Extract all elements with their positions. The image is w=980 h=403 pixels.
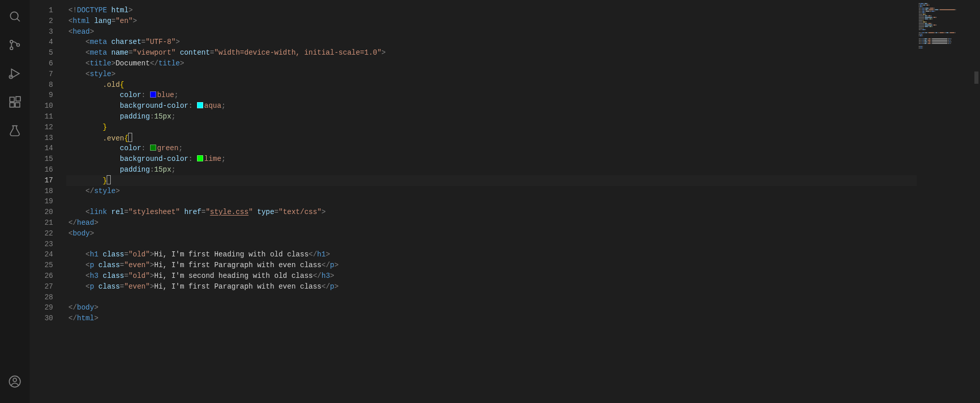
bracket-match-box (107, 175, 111, 184)
code-line[interactable]: <body> (66, 228, 917, 239)
minimap-row (919, 20, 971, 21)
token: < (86, 272, 90, 280)
line-number: 22 (30, 228, 66, 239)
token: h3 (322, 272, 330, 280)
code-line[interactable]: <title>Document</title> (66, 58, 917, 69)
code-line[interactable]: color: blue; (66, 90, 917, 101)
token: lime (204, 155, 222, 163)
code-line[interactable]: <h3 class="old">Hi, I'm second heading w… (66, 271, 917, 281)
minimap[interactable] (917, 0, 973, 403)
token: aqua (204, 102, 222, 110)
line-number: 25 (30, 260, 66, 271)
code-line[interactable]: color: green; (66, 143, 917, 154)
code-line[interactable] (66, 292, 917, 303)
code-editor[interactable]: <!DOCTYPE html><html lang="en"><head> <m… (66, 0, 917, 403)
minimap-row (919, 46, 971, 47)
token: 15px (154, 165, 172, 174)
token: > (322, 208, 326, 216)
code-line[interactable]: <p class="even">Hi, I'm first Paragraph … (66, 281, 917, 292)
token: < (86, 38, 90, 46)
search-icon[interactable] (3, 4, 27, 29)
token: head (77, 219, 94, 227)
code-line[interactable]: } (66, 122, 917, 133)
code-line[interactable]: <link rel="stylesheet" href="style.css" … (66, 207, 917, 218)
token: blue (157, 91, 175, 99)
color-swatch-icon[interactable] (197, 102, 203, 108)
line-number: 11 (30, 111, 66, 122)
line-number: 3 (30, 27, 66, 37)
ruler-mark (974, 72, 978, 84)
extensions-icon[interactable] (3, 90, 27, 114)
code-line[interactable]: } (66, 175, 917, 186)
code-line[interactable]: <head> (66, 27, 917, 37)
token: "text/css" (279, 208, 322, 216)
token: > (381, 49, 385, 57)
code-line[interactable]: </head> (66, 218, 917, 228)
minimap-row (919, 40, 971, 41)
code-line[interactable]: <style> (66, 69, 917, 80)
code-line[interactable]: <meta name="viewport" content="width=dev… (66, 48, 917, 58)
token: head (72, 28, 90, 36)
minimap-row (919, 23, 971, 24)
token: "en" (115, 17, 133, 25)
token: .even (103, 134, 124, 143)
token: html (72, 17, 90, 25)
token (107, 6, 111, 14)
code-line[interactable]: background-color: lime; (66, 154, 917, 164)
svg-point-4 (17, 43, 19, 46)
token: > (90, 229, 94, 238)
code-line[interactable]: background-color: aqua; (66, 101, 917, 111)
token: title (158, 59, 180, 67)
token: < (86, 49, 90, 57)
code-line[interactable]: <!DOCTYPE html> (66, 5, 917, 16)
minimap-row (919, 44, 971, 45)
accounts-icon[interactable] (3, 369, 27, 394)
source-control-icon[interactable] (3, 33, 27, 57)
token: > (150, 272, 154, 280)
token: < (86, 59, 90, 67)
code-line[interactable]: </body> (66, 302, 917, 313)
code-line[interactable]: .old{ (66, 80, 917, 90)
token: style (90, 70, 111, 78)
code-line[interactable]: padding:15px; (66, 164, 917, 175)
line-number: 21 (30, 218, 66, 228)
code-line[interactable]: <html lang="en"> (66, 16, 917, 27)
code-line[interactable]: <p class="even">Hi, I'm first Paragraph … (66, 260, 917, 271)
token: body (72, 229, 90, 238)
token: = (120, 282, 124, 291)
token: 15px (154, 112, 172, 121)
code-line[interactable]: .even{ (66, 133, 917, 144)
code-line[interactable]: </html> (66, 313, 917, 324)
minimap-row (919, 43, 971, 44)
token: body (77, 303, 94, 312)
code-line[interactable] (66, 239, 917, 250)
line-number: 23 (30, 239, 66, 250)
token: color (120, 91, 141, 99)
color-swatch-icon[interactable] (197, 155, 203, 161)
token: charset (111, 38, 141, 46)
token: > (326, 250, 330, 258)
minimap-row (919, 29, 971, 30)
token: </ (68, 303, 77, 312)
line-number: 6 (30, 58, 66, 69)
run-debug-icon[interactable] (3, 61, 27, 86)
code-line[interactable]: padding:15px; (66, 111, 917, 122)
color-swatch-icon[interactable] (150, 91, 156, 98)
line-number: 2 (30, 16, 66, 27)
code-line[interactable]: </style> (66, 186, 917, 197)
token: = (124, 208, 128, 216)
token: </ (68, 314, 77, 322)
line-number: 8 (30, 80, 66, 90)
token (107, 208, 111, 216)
code-line[interactable] (66, 196, 917, 207)
testing-icon[interactable] (3, 118, 27, 143)
line-number-gutter[interactable]: 1234567891011121314151617181920212223242… (30, 0, 66, 403)
color-swatch-icon[interactable] (150, 145, 156, 151)
token: < (86, 261, 90, 269)
overview-ruler[interactable] (973, 0, 980, 403)
code-line[interactable]: <meta charset="UTF-8"> (66, 37, 917, 48)
svg-point-13 (13, 378, 17, 382)
token: < (86, 250, 90, 258)
code-line[interactable]: <h1 class="old">Hi, I'm first Heading wi… (66, 249, 917, 260)
minimap-row (919, 5, 971, 6)
